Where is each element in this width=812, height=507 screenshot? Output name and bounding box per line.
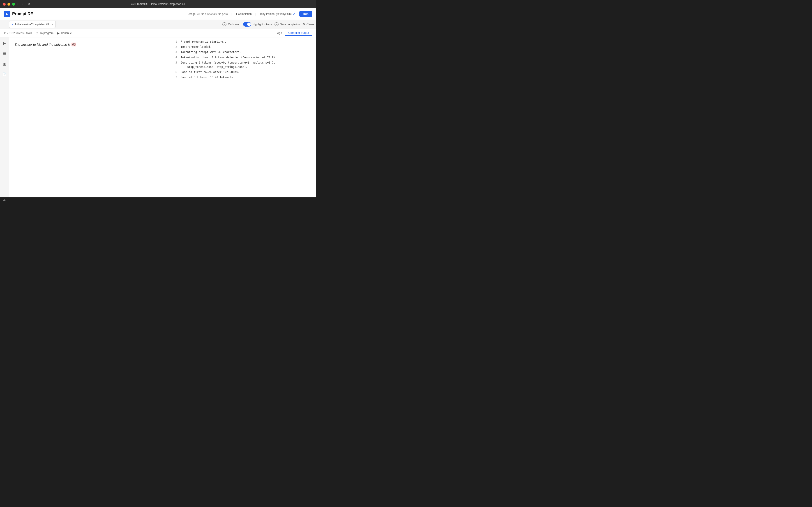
- add-tab-button[interactable]: +: [2, 21, 8, 27]
- status-xai: xAI: [3, 199, 6, 202]
- tab-check-icon: ✓: [11, 23, 14, 26]
- tab-close-button[interactable]: ×: [51, 22, 53, 26]
- output-tabs: Logs Compiler output: [272, 30, 312, 36]
- search-icon[interactable]: ⌕: [303, 2, 305, 6]
- highlight-switch[interactable]: [243, 22, 251, 26]
- titlebar-title: xAI PromptIDE - Initial version/Completi…: [131, 2, 185, 6]
- tab-label: Initial version/Completion #1: [15, 23, 49, 26]
- sidebar-play-icon[interactable]: ▶: [1, 40, 8, 46]
- save-minus-icon: −: [274, 22, 278, 26]
- separator2: |: [255, 12, 256, 15]
- run-button[interactable]: Run: [299, 11, 312, 17]
- continue-label: Continue: [61, 32, 72, 35]
- titlebar: ‹ › ↺ xAI PromptIDE - Initial version/Co…: [0, 0, 316, 8]
- log-line-text: Sampled 3 tokens. 13.42 tokens/s: [181, 75, 312, 79]
- log-line-number: 3: [171, 50, 177, 54]
- toggle-knob: [247, 22, 251, 26]
- sidebar-file-icon[interactable]: ☰: [1, 50, 8, 57]
- markdown-label: Markdown: [228, 23, 240, 26]
- log-line: 6Sampled first token after 1223.00ms.: [167, 70, 316, 75]
- editor-content-before: The answer to life and the universe is: [14, 43, 71, 46]
- usage-label: Usage: 33 tks / 1000000 tks (0%): [188, 12, 227, 15]
- log-line-number: 6: [171, 70, 177, 74]
- log-line-number: 5: [171, 61, 177, 65]
- sub-toolbar: 11 / 8192 tokens - Main ⊕ To program ▶ C…: [0, 29, 316, 38]
- to-program-plus-icon: ⊕: [36, 31, 38, 35]
- continue-button[interactable]: ▶ Continue: [57, 31, 72, 35]
- to-program-button[interactable]: ⊕ To program: [36, 31, 53, 35]
- log-line-text: Sampled first token after 1223.00ms.: [181, 70, 312, 74]
- log-content: 1Prompt program is starting..2Interprete…: [167, 38, 316, 198]
- app: ▶ PromptIDE Usage: 33 tks / 1000000 tks …: [0, 8, 316, 203]
- completions-label: 1 Completion: [236, 12, 252, 15]
- log-line-number: 7: [171, 75, 177, 79]
- completion-highlight: 42: [71, 43, 76, 46]
- logo-symbol: ▶: [6, 12, 8, 16]
- titlebar-nav: ‹ › ↺: [16, 2, 31, 6]
- log-line-text: Tokenization done. 8 tokens detected (Co…: [181, 55, 312, 60]
- close-x-icon: ✕: [303, 22, 306, 26]
- log-line-number: 1: [171, 40, 177, 44]
- log-line: 7Sampled 3 tokens. 13.42 tokens/s: [167, 75, 316, 80]
- sidebar-document-icon[interactable]: 📄: [1, 71, 8, 77]
- log-line-text: Prompt program is starting..: [181, 40, 312, 44]
- main-content: ▶ ☰ ▣ 📄 The answer to life and the unive…: [0, 38, 316, 198]
- token-info: 11 / 8192 tokens - Main: [4, 32, 32, 35]
- header: ▶ PromptIDE Usage: 33 tks / 1000000 tks …: [0, 8, 316, 20]
- save-label: Save completion: [280, 23, 300, 26]
- highlight-label: Highlight tokens: [253, 23, 272, 26]
- separator1: |: [232, 12, 232, 15]
- tab-bar: + ✓ Initial version/Completion #1 × − Ma…: [0, 20, 316, 29]
- status-bar: xAI: [0, 198, 316, 203]
- close-button[interactable]: ✕ Close: [303, 22, 314, 26]
- maximize-window-button[interactable]: [12, 3, 15, 6]
- minimize-window-button[interactable]: [7, 3, 10, 6]
- logo-area: ▶ PromptIDE: [4, 11, 33, 17]
- verified-icon: ✔: [293, 12, 296, 16]
- close-label: Close: [307, 22, 314, 26]
- right-panel: 1Prompt program is starting..2Interprete…: [167, 38, 316, 198]
- log-line-text: Tokenizing prompt with 38 characters.: [181, 50, 312, 54]
- forward-button[interactable]: ›: [21, 2, 24, 6]
- tab-logs[interactable]: Logs: [272, 30, 285, 36]
- sidebar-folder-icon[interactable]: ▣: [1, 60, 8, 67]
- toolbar-right: − Markdown Highlight tokens − Save compl…: [222, 22, 314, 26]
- highlight-tokens-toggle[interactable]: Highlight tokens: [243, 22, 272, 26]
- log-line: 2Interpreter loaded.: [167, 44, 316, 50]
- user-info: Toby Pohlen (@TobyPhln) ✔: [260, 12, 296, 16]
- log-line: 1Prompt program is starting..: [167, 39, 316, 44]
- save-completion-button[interactable]: − Save completion: [274, 22, 300, 26]
- log-line-text: Generating 3 tokens [seed=0, temperature…: [181, 61, 312, 69]
- back-button[interactable]: ‹: [16, 2, 19, 6]
- user-handle: (@TobyPhln): [276, 12, 292, 15]
- markdown-minus-icon: −: [222, 22, 226, 26]
- tab-initial-version[interactable]: ✓ Initial version/Completion #1 ×: [9, 21, 56, 28]
- editor-panel[interactable]: The answer to life and the universe is 4…: [9, 38, 167, 198]
- log-line-number: 4: [171, 55, 177, 60]
- markdown-toggle[interactable]: − Markdown: [222, 22, 240, 26]
- app-name: PromptIDE: [12, 11, 33, 16]
- log-line: 3Tokenizing prompt with 38 characters.: [167, 50, 316, 55]
- reload-button[interactable]: ↺: [27, 2, 31, 6]
- log-line-text: Interpreter loaded.: [181, 45, 312, 49]
- close-window-button[interactable]: [3, 3, 6, 6]
- logo-icon: ▶: [4, 11, 10, 17]
- to-program-label: To program: [40, 32, 53, 35]
- log-line: 4Tokenization done. 8 tokens detected (C…: [167, 55, 316, 60]
- sidebar: ▶ ☰ ▣ 📄: [0, 38, 9, 198]
- window-controls: [3, 3, 15, 6]
- user-name: Toby Pohlen: [260, 12, 274, 15]
- continue-play-icon: ▶: [57, 31, 59, 35]
- tab-compiler-output[interactable]: Compiler output: [285, 30, 312, 36]
- log-line: 5Generating 3 tokens [seed=0, temperatur…: [167, 60, 316, 70]
- log-line-number: 2: [171, 45, 177, 49]
